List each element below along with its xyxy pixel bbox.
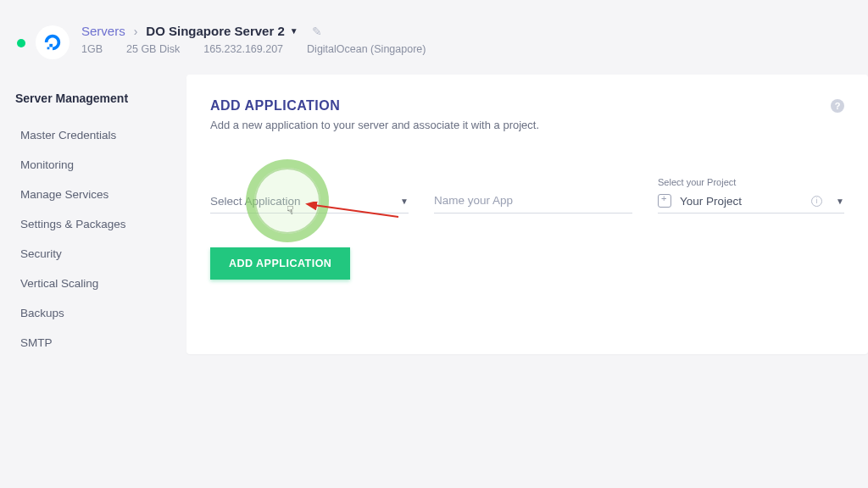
caret-down-icon: ▼ xyxy=(400,197,409,206)
page-header: Servers › DO Singapore Server 2 ▼ ✎ 1GB … xyxy=(0,0,868,75)
caret-down-icon: ▼ xyxy=(290,26,298,36)
project-value: Your Project xyxy=(680,195,803,208)
select-application-field[interactable]: Select Application ▼ xyxy=(210,195,409,214)
sidebar-item-backups[interactable]: Backups xyxy=(15,298,171,328)
breadcrumb: Servers › DO Singapore Server 2 ▼ ✎ xyxy=(81,24,851,38)
app-name-input[interactable] xyxy=(434,194,632,207)
sidebar-item-monitoring[interactable]: Monitoring xyxy=(15,150,171,180)
app-name-field[interactable] xyxy=(434,192,632,214)
sidebar-item-security[interactable]: Security xyxy=(15,239,171,269)
page-title: ADD APPLICATION xyxy=(210,98,340,114)
breadcrumb-root-link[interactable]: Servers xyxy=(81,24,125,38)
select-application-placeholder: Select Application xyxy=(210,195,301,208)
form-row: Select Application ▼ Select your Project… xyxy=(210,177,844,214)
page-subtitle: Add a new application to your server and… xyxy=(210,119,844,131)
sidebar-item-vertical-scaling[interactable]: Vertical Scaling xyxy=(15,269,171,298)
help-icon[interactable]: ? xyxy=(831,99,844,113)
digitalocean-icon xyxy=(43,33,62,52)
server-provider: DigitalOcean (Singapore) xyxy=(307,43,426,55)
provider-logo xyxy=(36,25,70,59)
svg-rect-0 xyxy=(49,44,53,47)
server-name: DO Singapore Server 2 xyxy=(146,24,284,38)
sidebar-item-smtp[interactable]: SMTP xyxy=(15,328,171,358)
svg-rect-1 xyxy=(47,47,50,50)
edit-icon[interactable]: ✎ xyxy=(312,25,322,38)
project-field[interactable]: Select your Project Your Project i ▼ xyxy=(658,177,844,214)
breadcrumb-current[interactable]: DO Singapore Server 2 ▼ xyxy=(146,24,298,38)
server-ip: 165.232.169.207 xyxy=(203,43,283,55)
info-icon[interactable]: i xyxy=(811,196,822,207)
project-icon xyxy=(658,194,671,208)
server-status-indicator xyxy=(17,39,25,47)
sidebar: Server Management Master Credentials Mon… xyxy=(0,75,186,358)
sidebar-item-master-credentials[interactable]: Master Credentials xyxy=(15,120,171,150)
add-application-button[interactable]: ADD APPLICATION xyxy=(210,247,350,280)
main-card: ADD APPLICATION ? Add a new application … xyxy=(186,75,868,354)
server-ram: 1GB xyxy=(81,43,103,55)
sidebar-item-manage-services[interactable]: Manage Services xyxy=(15,180,171,209)
breadcrumb-separator: › xyxy=(134,25,138,38)
caret-down-icon: ▼ xyxy=(836,197,844,206)
sidebar-item-settings-packages[interactable]: Settings & Packages xyxy=(15,209,171,239)
server-meta: 1GB 25 GB Disk 165.232.169.207 DigitalOc… xyxy=(81,43,851,55)
sidebar-title: Server Management xyxy=(15,92,171,105)
server-disk: 25 GB Disk xyxy=(126,43,180,55)
project-label: Select your Project xyxy=(658,177,844,187)
